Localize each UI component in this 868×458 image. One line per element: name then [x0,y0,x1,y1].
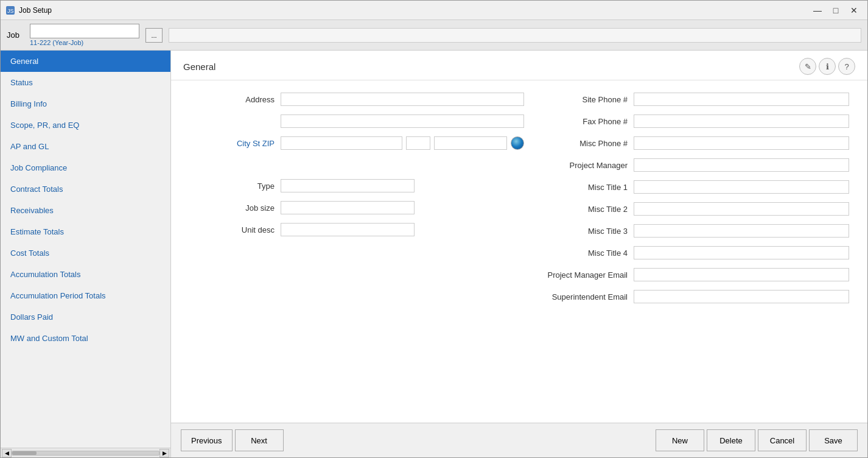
new-button[interactable]: New [656,429,704,451]
browse-button[interactable]: ... [145,28,163,43]
job-size-label: Job size [189,203,275,213]
job-input[interactable] [30,24,139,38]
city-st-zip-label: City St ZIP [189,139,275,148]
sidebar-item-scope-pr-eq[interactable]: Scope, PR, and EQ [1,114,170,136]
sidebar-scroll: GeneralStatusBilling InfoScope, PR, and … [1,51,170,448]
footer-right-buttons: New Delete Cancel Save [656,429,858,451]
project-manager-email-field: Project Manager Email [542,268,849,281]
type-label: Type [189,181,275,191]
scroll-track[interactable] [12,451,159,456]
sidebar-item-accumulation-period-totals[interactable]: Accumulation Period Totals [1,285,170,306]
project-manager-email-input[interactable] [634,268,849,281]
form-two-col: Address City St ZIP [189,93,849,303]
content-toolbar: ✎ ℹ ? [799,58,855,75]
sidebar-item-general[interactable]: General [1,51,170,72]
scroll-left-arrow[interactable]: ◀ [2,449,12,457]
job-label: Job [7,30,24,40]
sidebar-item-dollars-paid[interactable]: Dollars Paid [1,306,170,328]
sidebar-item-receivables[interactable]: Receivables [1,200,170,221]
address-input[interactable] [281,93,524,106]
sidebar-item-billing-info[interactable]: Billing Info [1,93,170,114]
misc-title3-label: Misc Title 3 [542,227,628,236]
cancel-button[interactable]: Cancel [758,429,807,451]
delete-button[interactable]: Delete [707,429,755,451]
info-button[interactable]: ℹ [819,58,836,75]
unit-desc-field: Unit desc [189,223,524,236]
next-button[interactable]: Next [235,429,284,451]
fax-phone-input[interactable] [634,114,849,128]
sidebar-item-estimate-totals[interactable]: Estimate Totals [1,221,170,242]
window-controls: — □ ✕ [809,4,863,17]
site-phone-field: Site Phone # [542,93,849,106]
sidebar-horizontal-scrollbar[interactable]: ◀ ▶ [1,448,170,457]
save-button[interactable]: Save [809,429,858,451]
sidebar-item-job-compliance[interactable]: Job Compliance [1,157,170,178]
misc-title3-input[interactable] [634,224,849,238]
job-size-field: Job size [189,201,524,214]
site-phone-input[interactable] [634,93,849,106]
main-area: GeneralStatusBilling InfoScope, PR, and … [1,51,867,457]
misc-phone-label: Misc Phone # [542,139,628,148]
site-phone-label: Site Phone # [542,95,628,104]
misc-title4-input[interactable] [634,246,849,259]
maximize-button[interactable]: □ [827,4,844,17]
window-title: Job Setup [19,6,809,15]
job-description-input[interactable] [169,28,861,43]
superintendent-email-label: Superintendent Email [542,292,628,301]
misc-title2-field: Misc Title 2 [542,202,849,216]
content-area: General ✎ ℹ ? Address [171,51,867,457]
sidebar-item-cost-totals[interactable]: Cost Totals [1,242,170,264]
minimize-button[interactable]: — [809,4,826,17]
sidebar-item-status[interactable]: Status [1,72,170,93]
fax-phone-label: Fax Phone # [542,117,628,126]
spacer1 [189,158,524,171]
city-st-zip-field: City St ZIP [189,136,524,150]
misc-phone-field: Misc Phone # [542,136,849,150]
zip-input[interactable] [434,136,507,150]
project-manager-field: Project Manager [542,158,849,172]
sidebar-item-ap-gl[interactable]: AP and GL [1,136,170,157]
misc-title2-input[interactable] [634,202,849,216]
project-manager-input[interactable] [634,158,849,172]
app-icon: JS [5,5,15,15]
footer-left-buttons: Previous Next [181,429,284,451]
scroll-right-arrow[interactable]: ▶ [159,449,169,457]
address-field: Address [189,93,524,106]
globe-button[interactable] [511,136,524,150]
content-title: General [183,62,215,72]
help-button[interactable]: ? [838,58,855,75]
misc-phone-input[interactable] [634,136,849,150]
unit-desc-input[interactable] [281,223,415,236]
job-hint: 11-222 (Year-Job) [30,39,139,46]
sidebar-item-mw-custom-total[interactable]: MW and Custom Total [1,328,170,349]
close-button[interactable]: ✕ [845,4,863,17]
superintendent-email-input[interactable] [634,290,849,303]
sidebar-item-accumulation-totals[interactable]: Accumulation Totals [1,264,170,285]
misc-title2-label: Misc Title 2 [542,205,628,214]
misc-title4-field: Misc Title 4 [542,246,849,259]
superintendent-email-field: Superintendent Email [542,290,849,303]
previous-button[interactable]: Previous [181,429,233,451]
city-row [281,136,524,150]
job-size-input[interactable] [281,201,415,214]
address2-input[interactable] [281,114,524,128]
sidebar-item-contract-totals[interactable]: Contract Totals [1,178,170,200]
project-manager-email-label: Project Manager Email [542,270,628,280]
misc-title1-input[interactable] [634,180,849,194]
misc-title4-label: Misc Title 4 [542,248,628,258]
type-input[interactable] [281,179,415,192]
misc-title3-field: Misc Title 3 [542,224,849,238]
state-input[interactable] [406,136,430,150]
main-window: JS Job Setup — □ ✕ Job 11-222 (Year-Job)… [0,0,868,458]
misc-title1-field: Misc Title 1 [542,180,849,194]
edit-button[interactable]: ✎ [799,58,816,75]
topbar: Job 11-222 (Year-Job) ... [1,20,867,51]
scroll-thumb[interactable] [12,451,37,455]
form-right-section: Site Phone # Fax Phone # Misc Phone # [542,93,849,303]
footer: Previous Next New Delete Cancel Save [171,423,867,457]
city-input[interactable] [281,136,402,150]
misc-title1-label: Misc Title 1 [542,183,628,192]
fax-phone-field: Fax Phone # [542,114,849,128]
svg-text:JS: JS [7,8,14,14]
unit-desc-label: Unit desc [189,225,275,234]
